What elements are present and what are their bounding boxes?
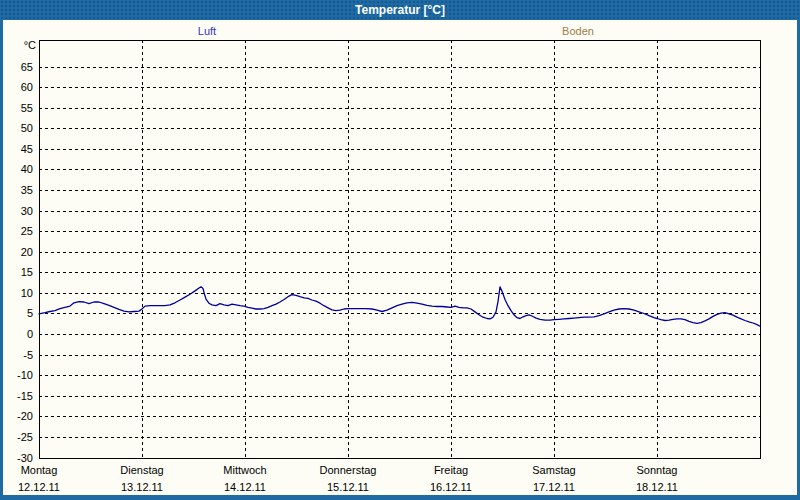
window-border-bottom (0, 495, 800, 500)
window-border-left (0, 20, 3, 500)
window-title: Temperatur [°C] (355, 3, 445, 17)
chart-canvas (0, 0, 800, 500)
luft-series-line (39, 287, 760, 327)
plot-frame (39, 40, 760, 458)
app-window: { "window": { "title": "Temperatur [°C]"… (0, 0, 800, 500)
legend-boden-label: Boden (538, 24, 618, 38)
window-titlebar: Temperatur [°C] (0, 0, 800, 20)
legend-luft-label: Luft (167, 24, 247, 38)
